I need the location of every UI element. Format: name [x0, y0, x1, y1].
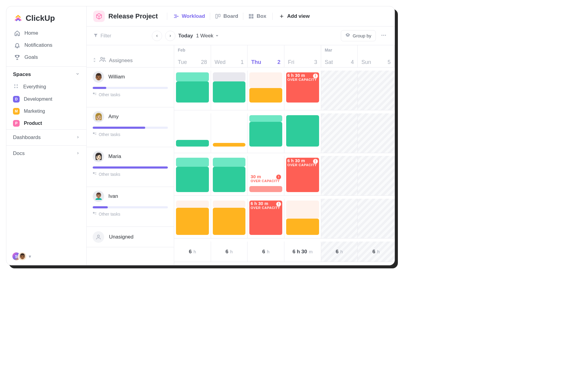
sidebar-item-goals[interactable]: Goals: [9, 51, 83, 63]
sidebar-item-everything[interactable]: Everything: [6, 81, 86, 93]
workload-block[interactable]: [176, 158, 209, 167]
range-label: 1 Week: [196, 33, 213, 39]
over-capacity-label: 30 mOVER CAPACITY !: [251, 174, 281, 183]
month-label: Feb: [178, 48, 207, 52]
day-name: Sun: [361, 59, 371, 65]
prev-button[interactable]: [152, 31, 162, 41]
chevron-down-icon: [75, 71, 80, 77]
month-label: [361, 48, 391, 52]
workload-block[interactable]: [213, 72, 246, 81]
workload-block[interactable]: [249, 122, 282, 147]
workload-cell: 6 h 30 mOVER CAPACITY !: [284, 156, 321, 196]
workload-block[interactable]: [213, 158, 246, 167]
month-label: [215, 48, 244, 52]
filter-button[interactable]: Filter: [93, 33, 111, 39]
sidebar-item-docs[interactable]: Docs: [6, 145, 86, 161]
workload-block[interactable]: [176, 201, 209, 208]
avatar: 👨🏽‍🦱: [93, 191, 104, 202]
sidebar-space-development[interactable]: D Development: [6, 93, 86, 105]
add-view-button[interactable]: Add view: [277, 12, 311, 21]
other-tasks-toggle[interactable]: Other tasks: [93, 132, 168, 137]
workload-block[interactable]: [213, 167, 246, 192]
svg-point-18: [385, 35, 386, 36]
tab-board[interactable]: Board: [214, 12, 239, 21]
day-name: Wed: [215, 59, 226, 65]
everything-icon: [13, 83, 19, 90]
space-label: Development: [24, 96, 52, 102]
day-total: 6h: [358, 242, 395, 262]
other-tasks-toggle[interactable]: Other tasks: [93, 211, 168, 217]
next-button[interactable]: [165, 31, 175, 41]
workload-block[interactable]: [286, 201, 319, 219]
workload-block[interactable]: [176, 81, 209, 103]
app-logo[interactable]: ClickUp: [6, 6, 86, 27]
assignee-row[interactable]: 👩🏼 Amy Other tasks: [87, 107, 174, 147]
unassigned-label: Unasigned: [109, 234, 133, 240]
workload-block[interactable]: [176, 140, 209, 147]
workload-block[interactable]: [249, 88, 282, 103]
day-total: 6h: [248, 242, 284, 262]
workload-cell: [211, 199, 248, 239]
workload-block[interactable]: [176, 72, 209, 81]
user-switcher[interactable]: S 👨🏾 ▾: [6, 248, 86, 265]
workload-block[interactable]: [213, 201, 246, 208]
workload-block[interactable]: [286, 219, 319, 235]
workload-block[interactable]: [213, 81, 246, 103]
workload-block[interactable]: [213, 143, 246, 147]
avatar-pair: S 👨🏾: [12, 252, 27, 261]
nav-label: Goals: [24, 54, 38, 60]
svg-rect-12: [251, 17, 254, 19]
other-tasks-toggle[interactable]: Other tasks: [93, 92, 168, 97]
checklist-icon: [93, 172, 97, 177]
assignee-column: Assignees 👨🏾 William Other tasks 👩🏼 Amy …: [87, 45, 174, 265]
workload-cell: [321, 71, 358, 110]
total-unit: h: [193, 249, 196, 254]
box-icon: [248, 13, 254, 19]
svg-rect-9: [249, 14, 251, 16]
workload-block[interactable]: [249, 72, 282, 88]
month-label: Mar: [325, 48, 354, 52]
sidebar-space-marketing[interactable]: M Marketing: [6, 105, 86, 117]
space-label: Product: [24, 121, 42, 126]
day-name: Thu: [251, 59, 261, 65]
sidebar-item-dashboards[interactable]: Dashboards: [6, 129, 86, 145]
other-tasks-toggle[interactable]: Other tasks: [93, 172, 168, 177]
spaces-header[interactable]: Spaces: [6, 67, 86, 81]
svg-marker-15: [346, 33, 350, 36]
tab-workload[interactable]: Workload: [172, 12, 206, 21]
day-header: Wed1: [211, 45, 248, 68]
workload-cell: [284, 113, 321, 153]
over-capacity-badge: 6 h 30 mOVER CAPACITY !: [251, 201, 281, 210]
workload-block[interactable]: [286, 115, 319, 147]
chevron-right-icon: [76, 134, 80, 141]
range-selector[interactable]: 1 Week: [196, 33, 219, 39]
toolbar: Filter Today 1 Week Group by: [87, 27, 395, 45]
avatar: 👨🏾: [93, 71, 104, 83]
tab-box[interactable]: Box: [247, 12, 267, 21]
home-icon: [14, 30, 20, 36]
day-header: Thu2: [248, 45, 284, 68]
sort-icon: [93, 58, 96, 64]
workload-block[interactable]: [176, 167, 209, 192]
workload-block[interactable]: [213, 208, 246, 235]
more-button[interactable]: [379, 31, 388, 41]
assignee-name: Ivan: [108, 193, 118, 199]
checklist-icon: [93, 92, 97, 97]
workload-block[interactable]: [249, 115, 282, 122]
workload-block[interactable]: [176, 208, 209, 235]
space-badge: D: [13, 96, 20, 103]
sidebar-item-notifications[interactable]: Notifications: [9, 39, 83, 51]
today-button[interactable]: Today: [178, 33, 193, 39]
assignee-row[interactable]: 👨🏽‍🦱 Ivan Other tasks: [87, 187, 174, 227]
day-number: 3: [314, 59, 317, 65]
sidebar-space-product[interactable]: P Product: [6, 117, 86, 129]
sidebar-item-home[interactable]: Home: [9, 27, 83, 39]
group-by-button[interactable]: Group by: [341, 30, 376, 41]
assignee-name: Amy: [108, 114, 119, 120]
assignee-header[interactable]: Assignees: [87, 45, 174, 68]
workload-block[interactable]: [249, 186, 282, 192]
assignee-row[interactable]: 👨🏾 William Other tasks: [87, 68, 174, 107]
assignee-row-unassigned[interactable]: Unasigned: [87, 227, 174, 247]
workload-icon: [173, 13, 179, 19]
assignee-row[interactable]: 👩🏻 Maria Other tasks: [87, 147, 174, 187]
